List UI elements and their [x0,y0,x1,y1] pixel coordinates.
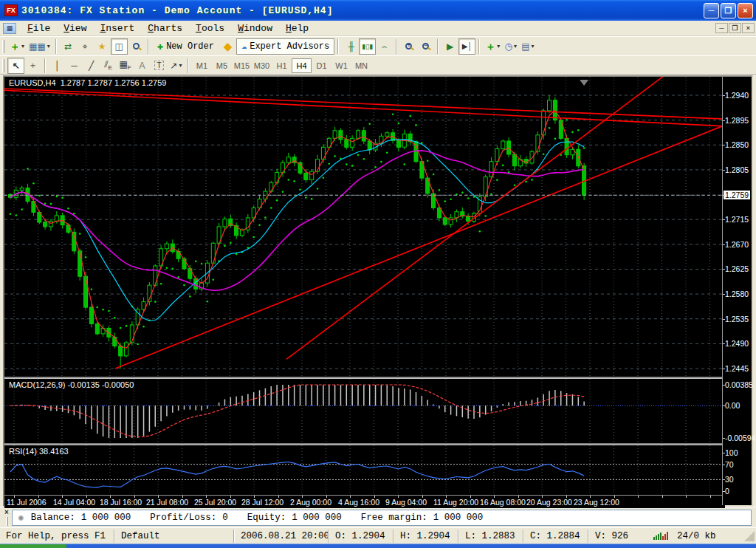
menu-bar: ▦ File View Insert Charts Tools Window H… [0,21,756,36]
menu-view[interactable]: View [57,21,93,35]
resize-grip[interactable] [744,531,755,541]
bar-chart-button[interactable]: ╫ [342,38,359,55]
chart-shift-icon: ▶│ [462,42,472,50]
time-tick [638,496,639,498]
timeframe-d1-button[interactable]: D1 [312,58,331,73]
chart-window-icon[interactable]: ▦ [3,23,16,34]
horizontal-line-icon: ─ [71,61,78,71]
menu-window[interactable]: Window [231,21,279,35]
macd-pane[interactable]: MACD(12,26,9) -0.00135 -0.00050 [4,379,725,443]
menu-file[interactable]: File [21,21,57,35]
timeframe-w1-button[interactable]: W1 [331,58,351,73]
strategy-tester-button[interactable] [128,38,145,55]
status-traffic: 24/0 kb [677,531,716,541]
favorites-button[interactable]: ★ [94,38,111,55]
fibonacci-button[interactable]: ▦F [117,58,134,74]
status-high: H: 1.2904 [394,530,458,543]
time-axis-label: 25 Jul 20:00 [194,498,236,507]
minimize-button[interactable]: ─ [704,3,719,18]
templates-button[interactable]: ▤▾ [519,38,536,55]
menu-insert[interactable]: Insert [93,21,141,35]
toolbar-grip[interactable] [2,59,4,72]
search-icon [133,43,140,49]
rsi-pane[interactable]: RSI(14) 38.4163 [4,445,725,495]
auto-scroll-button[interactable]: ▶ [441,38,458,55]
time-axis-label: 2 Aug 00:00 [290,498,331,507]
timeframe-h4-button[interactable]: H4 [292,58,312,73]
scale-tick [723,244,725,245]
text-label-button[interactable]: T [151,58,168,74]
scale-label: 1.2535 [725,315,749,323]
status-profile[interactable]: Default [114,530,234,543]
timeframe-h1-button[interactable]: H1 [272,58,292,73]
close-button[interactable]: × [738,3,753,18]
status-time: 2006.08.21 20:00 [234,530,329,543]
menu-help[interactable]: Help [279,21,315,35]
menu-charts[interactable]: Charts [141,21,189,35]
new-chart-button[interactable]: ＋▾ [7,38,27,55]
symbols-button[interactable]: ⇄ [60,38,77,55]
expert-advisors-icon: ☁ [241,41,247,52]
timeframe-m15-button[interactable]: M15 [232,58,252,73]
timeframe-m5-button[interactable]: M5 [212,58,232,73]
toolbar-grip[interactable] [2,40,4,53]
crosshair-button[interactable]: ＋ [24,58,41,74]
account-summary: ◉ Balance:1 000 000 Profit/Loss:0 Equity… [12,510,752,526]
text-icon: A [139,61,145,71]
scale-label: 100 [725,448,738,457]
alert-button[interactable]: ◆ [219,38,236,55]
periods-button[interactable]: ◷▾ [502,38,519,55]
timeframe-m30-button[interactable]: M30 [252,58,272,73]
chart-window[interactable]: EURUSD,H4 1.2787 1.2787 1.2756 1.2759 MA… [3,75,753,507]
text-button[interactable]: A [134,58,151,74]
arrows-button[interactable]: ↗▾ [168,58,185,74]
terminal-close-icon[interactable]: × [4,509,9,516]
navigator-panel-icon: ◫ [115,41,123,52]
taskbar-sliver [0,544,756,548]
free-margin-label: Free margin: [361,513,427,523]
crosshair-icon: ＋ [29,59,38,72]
child-minimize-button[interactable]: ─ [715,23,728,33]
scale-label: 1.2805 [725,165,749,174]
child-close-button[interactable]: × [742,23,755,33]
connection-bars-icon [653,531,668,540]
zoom-out-button[interactable]: − [417,38,434,55]
scale-label: 1.2895 [725,116,749,125]
timeframe-m1-button[interactable]: M1 [192,58,212,73]
zoom-in-button[interactable]: + [400,38,417,55]
chevron-down-icon: ▾ [179,62,182,69]
price-axis[interactable]: 1.29401.28951.28501.28051.27591.27151.26… [722,77,752,505]
timeframe-mn-button[interactable]: MN [351,58,371,73]
status-help: For Help, press F1 [0,530,114,543]
child-restore-button[interactable]: ❐ [729,23,741,33]
fibonacci-grid-icon: ▦F [119,59,131,71]
candlestick-chart-button[interactable]: ▮▯▮ [359,38,376,55]
navigator-button[interactable]: ◫ [111,38,128,55]
indicators-button[interactable]: ＋▾ [483,38,502,55]
menu-tools[interactable]: Tools [189,21,231,35]
time-axis[interactable]: 11 Jul 200614 Jul 04:0018 Jul 16:0021 Ju… [4,495,725,508]
horizontal-line-button[interactable]: ─ [66,58,83,74]
data-window-button[interactable]: ⌖ [77,38,94,55]
terminal-grip[interactable] [6,517,8,526]
title-bar[interactable]: FX 3010384: FX Station - Demo Account - … [0,0,756,21]
expert-advisors-button[interactable]: ☁Expert Advisors [236,38,334,55]
profiles-button[interactable]: ▦▦▾ [27,38,52,55]
scale-tick [723,145,725,145]
scale-label: 1.2625 [725,264,749,273]
zoom-out-icon: − [422,43,429,49]
cursor-button[interactable]: ↖ [7,58,24,74]
indicators-plus-icon: ＋ [485,43,495,50]
line-chart-button[interactable]: ⌢ [376,38,393,55]
clock-icon: ◷ [505,41,512,52]
new-order-button[interactable]: ✚New Order [152,38,219,55]
equidistant-channel-button[interactable]: ⫽E [100,58,117,74]
restore-button[interactable]: ❐ [721,3,736,18]
trendline-button[interactable]: ╱ [83,58,100,74]
profit-loss-value: 0 [222,513,228,523]
vertical-line-button[interactable]: │ [49,58,66,74]
price-chart-pane[interactable]: EURUSD,H4 1.2787 1.2787 1.2756 1.2759 [4,77,725,377]
scale-tick [723,120,725,121]
standard-toolbar: ＋▾ ▦▦▾ ⇄ ⌖ ★ ◫ ✚New Order ◆ ☁Expert Advi… [0,36,756,56]
chart-shift-button[interactable]: ▶│ [458,38,475,55]
